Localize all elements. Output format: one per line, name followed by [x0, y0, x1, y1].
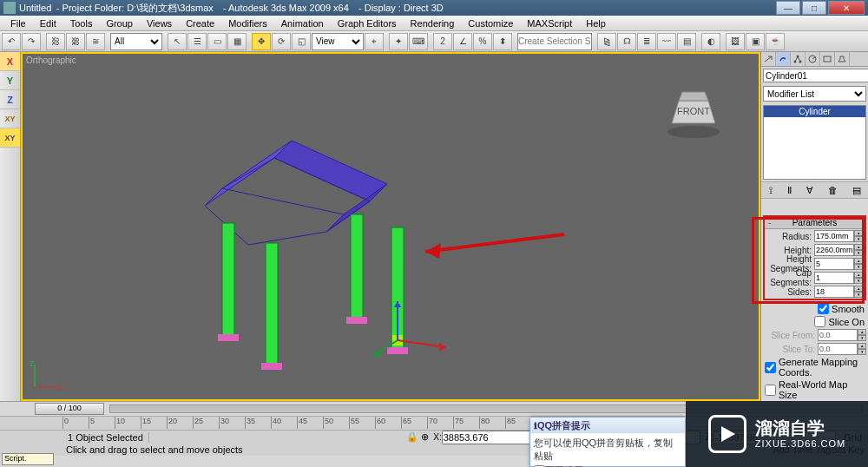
menu-help[interactable]: Help: [579, 18, 613, 29]
tab-motion[interactable]: [806, 52, 820, 66]
menu-maxscript[interactable]: MAXScript: [520, 18, 579, 29]
menu-views[interactable]: Views: [140, 18, 179, 29]
heightseg-spinner[interactable]: ▴▾: [854, 258, 863, 270]
object-name-input[interactable]: [763, 69, 868, 82]
redo-button[interactable]: ↷: [22, 33, 41, 50]
svg-marker-2: [679, 92, 708, 101]
select-button[interactable]: ↖: [168, 33, 187, 50]
close-button[interactable]: ✕: [828, 1, 865, 15]
menu-tools[interactable]: Tools: [63, 18, 100, 29]
menu-rendering[interactable]: Rendering: [404, 18, 462, 29]
height-spinner[interactable]: ▴▾: [854, 244, 863, 256]
menu-file[interactable]: File: [3, 18, 33, 29]
snap-percent-button[interactable]: %: [473, 33, 492, 50]
unlink-button[interactable]: ⛓̸: [66, 33, 85, 50]
smooth-checkbox[interactable]: [818, 303, 829, 314]
select-rect-button[interactable]: ▭: [207, 33, 227, 50]
menu-customize[interactable]: Customize: [461, 18, 520, 29]
rotate-button[interactable]: ⟳: [272, 33, 291, 50]
make-unique-icon[interactable]: ∀: [806, 185, 813, 196]
tab-display[interactable]: [820, 52, 835, 66]
link-button[interactable]: ⛓: [46, 33, 65, 50]
rendered-frame-button[interactable]: ▣: [746, 33, 765, 50]
show-end-result-icon[interactable]: Ⅱ: [787, 185, 792, 196]
quick-render-button[interactable]: ☕: [766, 33, 785, 50]
axis-x-button[interactable]: X: [0, 52, 20, 71]
capseg-input[interactable]: [814, 272, 854, 284]
axis-y-button[interactable]: Y: [0, 71, 20, 90]
time-tick: 70: [427, 417, 437, 429]
maximize-button[interactable]: □: [802, 1, 826, 15]
render-setup-button[interactable]: 🖼: [726, 33, 745, 50]
curve-editor-button[interactable]: 〰: [657, 33, 676, 50]
tab-hierarchy[interactable]: [791, 52, 806, 66]
sides-input[interactable]: [814, 286, 854, 298]
schematic-button[interactable]: ▤: [677, 33, 696, 50]
time-tick: 65: [401, 417, 411, 429]
select-by-name-button[interactable]: ☰: [187, 33, 207, 50]
heightseg-input[interactable]: [814, 258, 854, 270]
pivot-button[interactable]: ⌖: [365, 33, 384, 50]
scale-button[interactable]: ◱: [292, 33, 311, 50]
time-tick: 60: [375, 417, 385, 429]
material-editor-button[interactable]: ◐: [701, 33, 720, 50]
viewport[interactable]: Orthographic FRONT: [21, 52, 760, 401]
menu-animation[interactable]: Animation: [274, 18, 331, 29]
menu-group[interactable]: Group: [99, 18, 140, 29]
axis-constraints-toolbar: X Y Z XY XY: [0, 52, 21, 401]
height-input[interactable]: [814, 244, 854, 256]
time-tick: 40: [271, 417, 281, 429]
tab-create[interactable]: [761, 52, 776, 66]
stack-item-cylinder[interactable]: Cylinder: [764, 106, 865, 117]
abs-rel-icon[interactable]: ⊕: [421, 431, 429, 443]
axis-xy2-button[interactable]: XY: [0, 128, 20, 148]
menu-grapheditors[interactable]: Graph Editors: [331, 18, 404, 29]
snap-2d-button[interactable]: 2: [433, 33, 452, 50]
remove-modifier-icon[interactable]: 🗑: [828, 185, 838, 195]
time-slider-thumb[interactable]: 0 / 100: [35, 403, 104, 415]
slice-on-checkbox[interactable]: [814, 316, 825, 327]
pin-stack-icon[interactable]: ⟟: [769, 185, 773, 196]
menu-create[interactable]: Create: [179, 18, 221, 29]
mirror-button[interactable]: ⧎: [597, 33, 616, 50]
modifier-list-combo[interactable]: Modifier List: [763, 86, 866, 101]
axis-z-button[interactable]: Z: [0, 90, 20, 109]
move-button[interactable]: ✥: [252, 33, 271, 50]
axis-xy-button[interactable]: XY: [0, 109, 20, 128]
configure-sets-icon[interactable]: ▤: [852, 185, 861, 196]
selection-filter-combo[interactable]: All: [110, 33, 162, 50]
menu-edit[interactable]: Edit: [33, 18, 63, 29]
svg-line-34: [795, 56, 798, 62]
spinner-snap-button[interactable]: ⬍: [493, 33, 512, 50]
align-button[interactable]: ☊: [617, 33, 636, 50]
radius-spinner[interactable]: ▴▾: [854, 230, 863, 242]
bind-spacewarp-button[interactable]: ≋: [86, 33, 105, 50]
svg-rect-11: [351, 214, 363, 319]
lock-icon[interactable]: 🔒: [406, 431, 418, 443]
undo-button[interactable]: ↶: [2, 33, 21, 50]
viewcube[interactable]: FRONT: [663, 89, 724, 141]
tab-modify[interactable]: [776, 52, 791, 66]
watermark-text-cn: 溜溜自学: [755, 418, 845, 438]
rollout-header[interactable]: Parameters: [765, 217, 865, 229]
title-display: - Display : Direct 3D: [358, 3, 444, 13]
realworld-checkbox[interactable]: [765, 385, 776, 396]
prompt-text: Click and drag to select and move object…: [66, 444, 243, 455]
snap-angle-button[interactable]: ∠: [453, 33, 472, 50]
genmap-checkbox[interactable]: [765, 362, 776, 373]
window-crossing-button[interactable]: ▦: [227, 33, 247, 50]
param-sliceto: Slice To: ▴▾: [761, 342, 868, 356]
tab-utilities[interactable]: [835, 52, 850, 66]
sides-spinner[interactable]: ▴▾: [854, 286, 863, 298]
ref-coord-combo[interactable]: View: [312, 33, 364, 50]
manipulate-button[interactable]: ✦: [389, 33, 408, 50]
keyboard-shortcut-button[interactable]: ⌨: [409, 33, 428, 50]
named-sel-set-input[interactable]: [517, 33, 592, 50]
script-listener[interactable]: Script.: [2, 453, 54, 465]
layers-button[interactable]: ≣: [637, 33, 656, 50]
modifier-stack[interactable]: Cylinder: [763, 105, 866, 181]
minimize-button[interactable]: —: [776, 1, 800, 15]
radius-input[interactable]: [814, 230, 854, 242]
capseg-spinner[interactable]: ▴▾: [854, 272, 863, 284]
menu-modifiers[interactable]: Modifiers: [221, 18, 274, 29]
